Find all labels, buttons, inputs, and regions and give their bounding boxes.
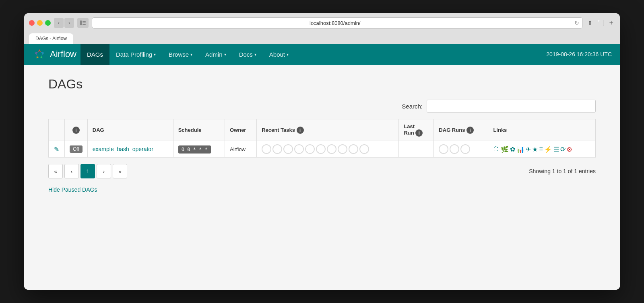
dag-code-link[interactable]: ⚡	[544, 145, 552, 153]
task-circle	[305, 144, 315, 154]
row-recent-tasks-cell	[257, 141, 399, 158]
traffic-lights	[29, 20, 51, 26]
browser-tab[interactable]: DAGs - Airflow	[29, 33, 73, 44]
page-first-button[interactable]: «	[48, 164, 63, 178]
svg-marker-7	[35, 55, 39, 59]
dag-details-link[interactable]: ☰	[553, 145, 559, 153]
col-info: i	[65, 119, 88, 141]
nav-items: DAGs Data Profiling ▾ Browse ▾ Admin ▾ D…	[80, 44, 546, 65]
page-last-button[interactable]: »	[113, 164, 127, 178]
dag-runs-info-icon[interactable]: i	[466, 127, 474, 134]
brand-name: Airflow	[50, 49, 76, 59]
row-toggle-cell: Off	[65, 141, 88, 158]
maximize-button[interactable]	[45, 20, 51, 26]
share-button[interactable]: ⬆	[586, 19, 594, 27]
task-circle	[316, 144, 326, 154]
main-content: DAGs Search: i DAG Schedule Owner	[24, 65, 620, 290]
owner-label: Airflow	[230, 146, 246, 152]
dag-run-circle	[460, 144, 470, 154]
task-circle	[272, 144, 282, 154]
task-circle	[359, 144, 369, 154]
chevron-down-icon: ▾	[224, 52, 226, 57]
dag-delete-link[interactable]: ⊗	[567, 145, 572, 153]
nav-data-profiling[interactable]: Data Profiling ▾	[109, 44, 162, 65]
minimize-button[interactable]	[37, 20, 43, 26]
nav-timestamp: 2019-08-26 16:20:36 UTC	[546, 51, 612, 57]
navbar: Airflow DAGs Data Profiling ▾ Browse ▾ A…	[24, 44, 620, 65]
info-icon[interactable]: i	[72, 127, 80, 134]
col-links: Links	[488, 119, 596, 141]
forward-button[interactable]: ›	[64, 18, 74, 28]
task-circle	[327, 144, 336, 154]
nav-dags[interactable]: DAGs	[80, 44, 109, 65]
task-circle	[262, 144, 271, 154]
close-button[interactable]	[29, 20, 35, 26]
dag-trigger-link[interactable]: ⟳	[560, 145, 566, 153]
table-body: ✎ Off example_bash_operator 0 0 * * *	[49, 141, 596, 158]
chevron-down-icon: ▾	[254, 52, 256, 57]
browser-chrome: ‹ › ↻ ⬆ ⬜ + DAGs - Airfl	[24, 13, 620, 44]
fullscreen-button[interactable]: ⬜	[596, 19, 606, 27]
row-dag-runs-cell	[434, 141, 488, 158]
nav-admin[interactable]: Admin ▾	[199, 44, 233, 65]
refresh-button[interactable]: ↻	[574, 20, 579, 26]
dag-tree-link[interactable]: 🌿	[501, 145, 509, 153]
nav-buttons: ‹ ›	[54, 18, 74, 28]
pagination: « ‹ 1 › »	[48, 164, 127, 178]
dag-table: i DAG Schedule Owner Recent Tasks i Last…	[48, 119, 596, 158]
search-input[interactable]	[427, 100, 596, 113]
svg-rect-3	[83, 24, 86, 25]
navbar-brand[interactable]: Airflow	[32, 47, 76, 61]
dag-run-circle	[439, 144, 448, 154]
edit-icon[interactable]: ✎	[54, 146, 59, 153]
dag-calendar-link[interactable]: ✿	[510, 145, 515, 153]
nav-browse[interactable]: Browse ▾	[162, 44, 199, 65]
col-dag-runs: DAG Runs i	[434, 119, 488, 141]
page-prev-button[interactable]: ‹	[64, 164, 79, 178]
chevron-down-icon: ▾	[190, 52, 192, 57]
airflow-logo	[32, 47, 47, 61]
dag-gantt-link[interactable]: ≡	[539, 145, 543, 153]
task-circle	[294, 144, 304, 154]
row-schedule-cell: 0 0 * * *	[173, 141, 225, 158]
table-header: i DAG Schedule Owner Recent Tasks i Last…	[49, 119, 596, 141]
browser-window: ‹ › ↻ ⬆ ⬜ + DAGs - Airfl	[24, 13, 620, 290]
table-row: ✎ Off example_bash_operator 0 0 * * *	[49, 141, 596, 158]
row-edit-cell: ✎	[49, 141, 65, 158]
row-links-cell: ⏱ 🌿 ✿ 📊 ✈ ★ ≡ ⚡ ☰ ⟳ ⊗	[488, 141, 596, 158]
last-run-info-icon[interactable]: i	[415, 129, 423, 137]
nav-about[interactable]: About ▾	[263, 44, 295, 65]
address-bar[interactable]	[95, 20, 574, 26]
page-next-button[interactable]: ›	[97, 164, 111, 178]
address-bar-wrapper: ↻	[92, 17, 583, 29]
chevron-down-icon: ▾	[154, 52, 156, 57]
dag-graph-link[interactable]: ⏱	[493, 145, 500, 153]
new-tab-button[interactable]: +	[607, 18, 615, 28]
page-current-button[interactable]: 1	[80, 164, 95, 178]
task-circle	[349, 144, 358, 154]
dag-retries-link[interactable]: ✈	[526, 145, 531, 153]
pagination-row: « ‹ 1 › » Showing 1 to 1 of 1 entries	[48, 164, 596, 178]
task-circle	[283, 144, 293, 154]
back-button[interactable]: ‹	[54, 18, 64, 28]
search-label: Search:	[402, 103, 423, 110]
sidebar-button[interactable]	[77, 18, 89, 28]
nav-docs[interactable]: Docs ▾	[233, 44, 263, 65]
search-bar-row: Search:	[48, 100, 596, 113]
schedule-badge: 0 0 * * *	[178, 145, 211, 154]
hide-paused-link[interactable]: Hide Paused DAGs	[48, 186, 97, 193]
dag-landing-times-link[interactable]: ★	[532, 145, 538, 153]
dag-toggle-button[interactable]: Off	[70, 145, 83, 153]
row-owner-cell: Airflow	[225, 141, 256, 158]
app-content: Airflow DAGs Data Profiling ▾ Browse ▾ A…	[24, 44, 620, 290]
recent-tasks-info-icon[interactable]: i	[297, 127, 304, 134]
dag-duration-link[interactable]: 📊	[516, 145, 524, 153]
row-dag-name-cell: example_bash_operator	[87, 141, 173, 158]
page-title: DAGs	[48, 77, 596, 92]
svg-rect-2	[83, 23, 86, 23]
svg-marker-4	[38, 49, 41, 52]
dag-run-circle	[450, 144, 459, 154]
col-edit	[49, 119, 65, 141]
tab-bar: DAGs - Airflow	[29, 33, 615, 44]
dag-name-link[interactable]: example_bash_operator	[93, 146, 153, 152]
